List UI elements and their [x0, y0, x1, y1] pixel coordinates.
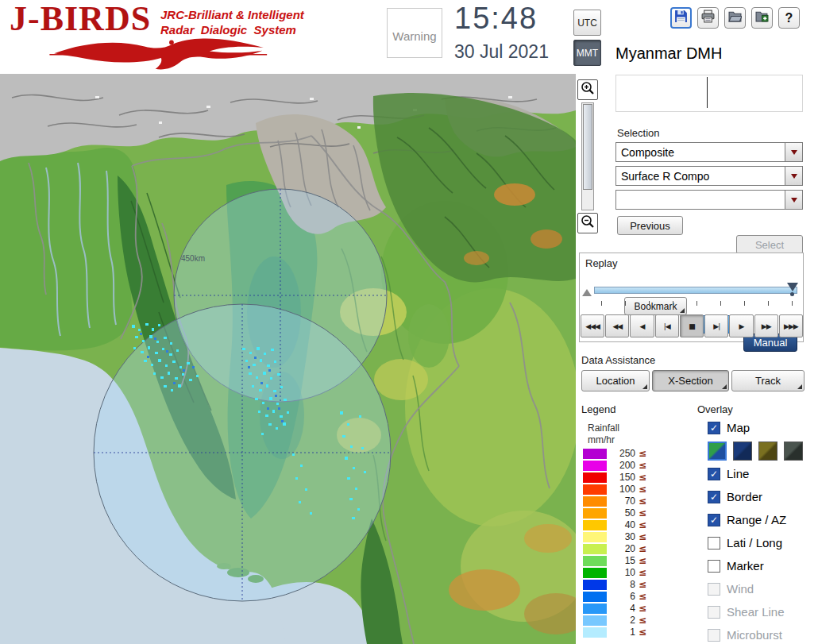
zoom-out-button[interactable]	[577, 213, 598, 233]
utc-toggle-button[interactable]: UTC	[573, 10, 601, 36]
zoom-scrollbar-track[interactable]	[581, 102, 594, 210]
legend-value: 100	[607, 484, 635, 495]
overlay-item-marker[interactable]: Marker	[708, 559, 818, 573]
station-info-box[interactable]	[615, 75, 803, 112]
overlay-label-wind: Wind	[727, 582, 754, 596]
border-checkbox[interactable]: ✓	[708, 491, 720, 503]
legend-row: 15≤	[583, 555, 646, 566]
legend-row: 20≤	[583, 543, 646, 554]
legend-row: 10≤	[583, 567, 646, 578]
import-folder-button[interactable]	[751, 7, 773, 29]
map-style-olive[interactable]	[758, 442, 777, 461]
overlay-item-border[interactable]: ✓Border	[708, 490, 818, 503]
map-style-dark-blue[interactable]	[733, 442, 752, 461]
wind-checkbox[interactable]	[708, 583, 720, 596]
radar-map-canvas[interactable]: 450km	[0, 74, 576, 644]
legend-color-swatch	[583, 449, 607, 459]
legend-color-swatch	[583, 484, 607, 495]
select-button[interactable]: Select	[736, 235, 803, 254]
stop-button[interactable]: ■	[680, 314, 704, 337]
lati-long-checkbox[interactable]	[708, 537, 720, 550]
overlay-item-map[interactable]: ✓Map	[708, 421, 818, 434]
legend-row: 1≤	[583, 627, 646, 638]
map-style-terrain[interactable]	[708, 442, 727, 461]
timeline-ticks	[601, 301, 800, 307]
range-az-checkbox[interactable]: ✓	[708, 514, 720, 526]
timeline-handle[interactable]	[787, 283, 798, 291]
location-button[interactable]: Location	[581, 370, 650, 391]
zoom-in-icon	[580, 80, 596, 99]
help-icon: ?	[785, 11, 793, 25]
overlay-item-line[interactable]: ✓Line	[708, 467, 818, 480]
eagle-logo-graphic	[11, 37, 307, 74]
overlay-item-range-az[interactable]: ✓Range / AZ	[708, 513, 818, 526]
line-checkbox[interactable]: ✓	[708, 468, 720, 480]
microburst-checkbox[interactable]	[708, 629, 720, 642]
overlay-item-lati-long[interactable]: Lati / Long	[708, 536, 818, 550]
overlay-item-wind[interactable]: Wind	[708, 582, 818, 596]
save-button[interactable]	[670, 7, 692, 29]
legend-color-swatch	[583, 556, 607, 566]
chevron-down-icon	[791, 174, 797, 182]
marker-checkbox[interactable]	[708, 560, 720, 573]
replay-section-label: Replay	[585, 257, 617, 269]
legend-color-swatch	[583, 472, 607, 483]
replay-timeline-slider[interactable]	[594, 287, 797, 294]
dropdown-button[interactable]	[785, 143, 802, 161]
zoom-scrollbar-thumb[interactable]	[583, 104, 592, 190]
overlay-item-shear-line[interactable]: Shear Line	[708, 605, 818, 619]
fast-rewind-button[interactable]: ◀◀	[605, 314, 629, 337]
mmt-toggle-button[interactable]: MMT	[573, 40, 601, 66]
legend-row: 150≤	[583, 472, 646, 483]
selection-section-label: Selection	[617, 127, 659, 139]
overlay-item-microburst[interactable]: Microburst	[708, 628, 818, 642]
less-equal-symbol: ≤	[639, 507, 646, 519]
map-style-swatches	[708, 442, 818, 462]
chevron-down-icon	[791, 198, 797, 206]
less-equal-symbol: ≤	[639, 484, 646, 495]
warning-label: Warning	[392, 29, 436, 43]
print-button[interactable]	[697, 7, 719, 29]
playback-controls: ◀◀◀◀◀◀|◀■▶|▶▶▶▶▶▶	[581, 314, 803, 337]
dropdown-value: Surface R Compo	[616, 170, 785, 183]
less-equal-symbol: ≤	[639, 543, 646, 554]
overlay-label-marker: Marker	[727, 559, 764, 573]
less-equal-symbol: ≤	[639, 531, 646, 542]
jump-first-button[interactable]: ◀◀◀	[581, 314, 604, 337]
next-frame-button[interactable]: ▶|	[704, 314, 728, 337]
timeline-tick	[673, 301, 673, 306]
track-button[interactable]: Track	[731, 370, 804, 391]
dropdown-button[interactable]	[785, 167, 802, 185]
shear-line-checkbox[interactable]	[708, 606, 720, 619]
x-section-button[interactable]: X-Section	[652, 370, 729, 391]
legend-row: 200≤	[583, 460, 646, 471]
jump-last-button[interactable]: ▶▶▶	[779, 314, 803, 337]
product-dropdown[interactable]: Surface R Compo	[615, 166, 803, 186]
prev-frame-button[interactable]: |◀	[655, 314, 679, 337]
timeline-tick	[696, 301, 697, 306]
map-style-dark-gray[interactable]	[784, 442, 803, 461]
legend-value: 10	[607, 567, 635, 578]
step-back-button[interactable]: ◀	[630, 314, 654, 337]
less-equal-symbol: ≤	[639, 472, 646, 483]
fast-forward-button[interactable]: ▶▶	[754, 314, 778, 337]
app-logo-subtitle: JRC-Brilliant & IntelligentRadar Dialogi…	[160, 7, 304, 37]
overlay-checkbox-list: ✓Map✓Line✓Border✓Range / AZLati / LongMa…	[708, 421, 818, 644]
zoom-in-button[interactable]	[577, 79, 598, 100]
legend-value: 15	[607, 555, 635, 566]
text-caret	[707, 77, 708, 108]
help-button[interactable]: ?	[778, 7, 800, 29]
legend-value: 200	[607, 460, 635, 471]
range-ring-label: 450km	[181, 254, 205, 263]
legend-row: 250≤	[583, 448, 646, 459]
dropdown-button[interactable]	[785, 191, 802, 209]
composite-dropdown[interactable]: Composite	[615, 142, 803, 162]
previous-button[interactable]: Previous	[617, 216, 683, 235]
parameter-dropdown[interactable]	[615, 190, 803, 210]
legend-color-swatch	[583, 568, 607, 578]
app-logo-title: J-BIRDS	[10, 0, 151, 39]
open-folder-button[interactable]	[724, 7, 746, 29]
map-checkbox[interactable]: ✓	[708, 422, 720, 434]
play-button[interactable]: ▶	[729, 314, 753, 337]
legend-color-swatch	[583, 508, 607, 519]
